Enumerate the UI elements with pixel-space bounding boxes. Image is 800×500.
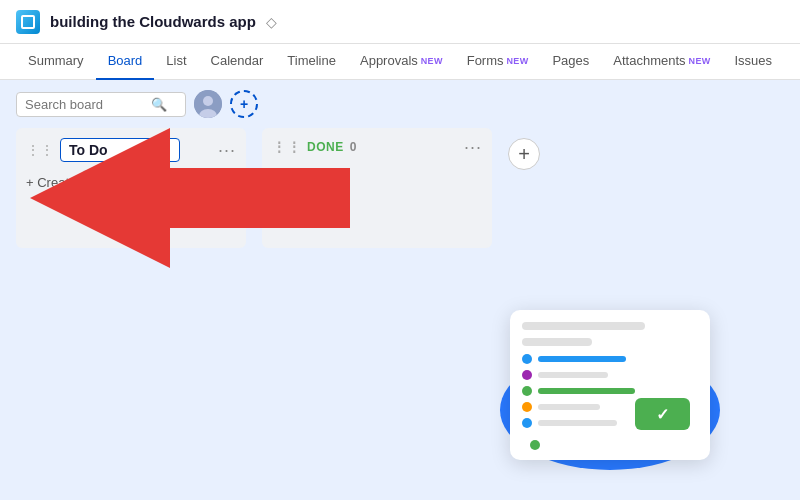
nav-label-list: List [166, 53, 186, 68]
illustration: ✓ [470, 300, 750, 490]
nav-item-pages[interactable]: Pages [540, 44, 601, 80]
done-count: 0 [350, 140, 357, 154]
nav-item-list[interactable]: List [154, 44, 198, 80]
nav-item-timeline[interactable]: Timeline [275, 44, 348, 80]
dot-purple [522, 370, 532, 380]
column-done: ⋮⋮ DONE 0 ··· [262, 128, 492, 248]
dot-orange [522, 402, 532, 412]
nav-item-summary[interactable]: Summary [16, 44, 96, 80]
search-box[interactable]: 🔍 [16, 92, 186, 117]
approvals-badge: NEW [421, 56, 443, 66]
column-done-title-area: ⋮⋮ DONE 0 [272, 139, 357, 155]
cancel-rename-button[interactable]: ✕ [112, 170, 136, 194]
nav-label-pages: Pages [552, 53, 589, 68]
nav-label-calendar: Calendar [211, 53, 264, 68]
add-column-button[interactable]: + [508, 138, 540, 170]
column-title-input[interactable] [60, 138, 180, 162]
card-dots-row-2 [522, 370, 698, 380]
board-area: ⋮⋮ ··· + Create ✓ ✕ ⋮⋮ DONE 0 ··· + [0, 128, 800, 248]
dot-green-1 [522, 386, 532, 396]
svg-point-1 [203, 96, 213, 106]
dot-blue-2 [522, 418, 532, 428]
column-todo: ⋮⋮ ··· + Create ✓ ✕ [16, 128, 246, 248]
create-button[interactable]: + Create [26, 175, 76, 190]
avatar[interactable] [194, 90, 222, 118]
star-icon[interactable]: ◇ [266, 14, 277, 30]
checkmark-icon: ✓ [89, 175, 99, 189]
card-dots-row-3 [522, 386, 698, 396]
forms-badge: NEW [507, 56, 529, 66]
column-todo-actions: + Create ✓ ✕ [26, 170, 236, 194]
project-title: building the Cloudwards app [50, 13, 256, 30]
nav-label-forms: Forms [467, 53, 504, 68]
plus-icon: + [240, 96, 248, 112]
card-visual: ✓ [510, 310, 710, 460]
card-line-gray-1 [538, 372, 608, 378]
nav-item-calendar[interactable]: Calendar [199, 44, 276, 80]
add-member-button[interactable]: + [230, 90, 258, 118]
search-input[interactable] [25, 97, 145, 112]
card-line-1 [522, 322, 645, 330]
main-nav: Summary Board List Calendar Timeline App… [0, 44, 800, 80]
attachments-badge: NEW [689, 56, 711, 66]
drag-handle-done-icon: ⋮⋮ [272, 139, 301, 155]
column-done-header: ⋮⋮ DONE 0 ··· [272, 138, 482, 156]
column-done-menu-icon[interactable]: ··· [464, 138, 482, 156]
drag-handle-icon: ⋮⋮ [26, 142, 54, 158]
nav-label-summary: Summary [28, 53, 84, 68]
card-line-green [538, 388, 635, 394]
dot-green-bottom [530, 440, 540, 450]
app-header: building the Cloudwards app ◇ [0, 0, 800, 44]
nav-label-timeline: Timeline [287, 53, 336, 68]
card-line-blue [538, 356, 626, 362]
card-line-gray-2 [538, 404, 600, 410]
column-todo-header: ⋮⋮ ··· [26, 138, 236, 162]
close-icon: ✕ [119, 175, 129, 189]
toolbar: 🔍 + [0, 80, 800, 128]
confirm-rename-button[interactable]: ✓ [82, 170, 106, 194]
card-line-2 [522, 338, 592, 346]
app-icon [16, 10, 40, 34]
green-check-block: ✓ [635, 398, 690, 430]
nav-label-approvals: Approvals [360, 53, 418, 68]
column-done-title: DONE [307, 140, 344, 154]
dot-blue-1 [522, 354, 532, 364]
nav-label-board: Board [108, 53, 143, 68]
nav-item-attachments[interactable]: Attachments NEW [601, 44, 722, 80]
nav-item-approvals[interactable]: Approvals NEW [348, 44, 455, 80]
nav-item-board[interactable]: Board [96, 44, 155, 80]
card-dots-row-1 [522, 354, 698, 364]
nav-item-issues[interactable]: Issues [723, 44, 785, 80]
nav-item-forms[interactable]: Forms NEW [455, 44, 541, 80]
column-title-area: ⋮⋮ [26, 138, 180, 162]
search-icon: 🔍 [151, 97, 167, 112]
app-icon-inner [21, 15, 35, 29]
nav-label-issues: Issues [735, 53, 773, 68]
column-todo-menu-icon[interactable]: ··· [218, 141, 236, 159]
nav-label-attachments: Attachments [613, 53, 685, 68]
card-line-gray-3 [538, 420, 617, 426]
